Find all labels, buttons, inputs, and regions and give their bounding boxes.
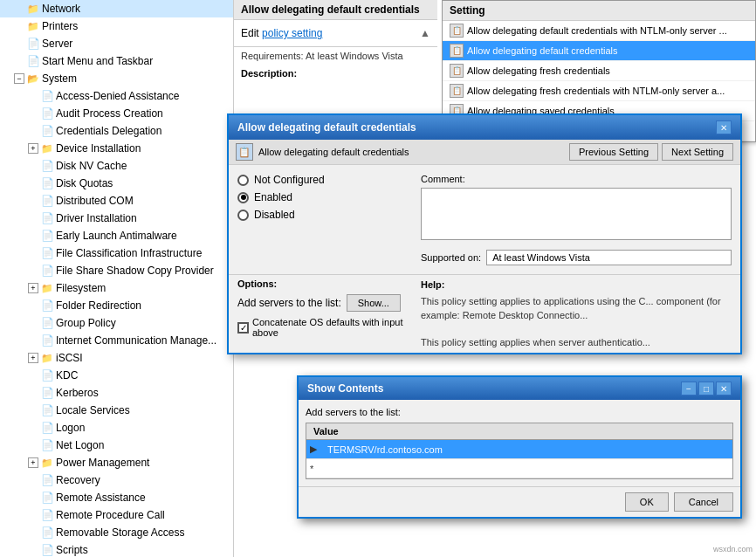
folder-icon-network [26, 2, 40, 16]
policy-label-0: Allow delegating default credentials wit… [467, 25, 727, 36]
sidebar-item-access-denied[interactable]: 📄Access-Denied Assistance [0, 87, 233, 105]
sidebar-label-disk-quotas: Disk Quotas [56, 177, 113, 189]
radio-item-disabled[interactable]: Disabled [237, 209, 412, 221]
sidebar-item-device-install[interactable]: +Device Installation [0, 140, 233, 157]
folder-icon-system [26, 72, 40, 86]
sidebar-label-folder-redirect: Folder Redirection [56, 299, 141, 312]
file-icon-early-launch: 📄 [40, 229, 54, 243]
file-icon-internet-comm: 📄 [40, 334, 54, 347]
sidebar-item-early-launch[interactable]: 📄Early Launch Antimalware [0, 227, 233, 244]
expand-btn-system[interactable]: − [14, 73, 24, 84]
sidebar-item-file-class[interactable]: 📄File Classification Infrastructure [0, 244, 233, 262]
radio-item-not-configured[interactable]: Not Configured [237, 174, 412, 186]
policy-dropdown-item-1[interactable]: 📋Allow delegating default credentials [443, 41, 755, 61]
radio-label-disabled: Disabled [254, 209, 295, 221]
sidebar-item-start-menu[interactable]: 📄Start Menu and Taskbar [0, 52, 233, 70]
sidebar-item-iscsi[interactable]: +iSCSI [0, 349, 233, 367]
file-icon-net-logon: 📄 [40, 438, 54, 452]
file-icon-scripts: 📄 [40, 543, 54, 557]
expand-btn-power-mgmt[interactable]: + [28, 457, 38, 468]
sidebar-item-remote-proc[interactable]: 📄Remote Procedure Call [0, 506, 233, 524]
sidebar-label-remote-proc: Remote Procedure Call [56, 509, 165, 521]
sidebar-label-credentials: Credentials Delegation [56, 125, 162, 137]
sidebar-item-removable-storage[interactable]: 📄Removable Storage Access [0, 524, 233, 541]
help-text-2: This policy setting applies when server … [421, 336, 732, 349]
concatenate-checkbox[interactable] [237, 322, 249, 334]
folder-icon-printers [26, 19, 40, 33]
sidebar-item-folder-redirect[interactable]: 📄Folder Redirection [0, 297, 233, 314]
sidebar-item-group-policy[interactable]: 📄Group Policy [0, 314, 233, 332]
sidebar-label-network: Network [42, 3, 80, 15]
sidebar-label-removable-storage: Removable Storage Access [56, 526, 184, 539]
expand-btn-filesystem[interactable]: + [28, 283, 38, 293]
expand-btn-device-install[interactable]: + [28, 143, 38, 154]
sidebar-label-file-share: File Share Shadow Copy Provider [56, 265, 214, 277]
sidebar-item-printers[interactable]: Printers [0, 17, 233, 35]
requirements-value: At least Windows Vista [306, 51, 403, 61]
policy-dropdown-item-2[interactable]: 📋Allow delegating fresh credentials [443, 61, 755, 81]
sidebar-item-recovery[interactable]: 📄Recovery [0, 471, 233, 489]
sidebar-item-net-logon[interactable]: 📄Net Logon [0, 437, 233, 454]
file-icon-file-share: 📄 [40, 264, 54, 278]
sidebar-item-audit-process[interactable]: 📄Audit Process Creation [0, 105, 233, 122]
prev-setting-btn[interactable]: Previous Setting [569, 143, 658, 161]
sidebar-label-remote-assist: Remote Assistance [56, 492, 146, 504]
options-help-row: Options: Add servers to the list: Show..… [229, 274, 740, 353]
sidebar-item-internet-comm[interactable]: 📄Internet Communication Manage... [0, 332, 233, 349]
show-ok-btn[interactable]: OK [625, 492, 669, 512]
sidebar-item-power-mgmt[interactable]: +Power Management [0, 454, 233, 471]
radio-circle-disabled [237, 210, 249, 221]
options-section: Options: Add servers to the list: Show..… [237, 278, 412, 349]
next-setting-btn[interactable]: Next Setting [662, 143, 733, 161]
sidebar-item-remote-assist[interactable]: 📄Remote Assistance [0, 489, 233, 506]
policy-dropdown-item-3[interactable]: 📋Allow delegating fresh credentials with… [443, 81, 755, 101]
show-row-1[interactable]: * [306, 459, 732, 478]
sidebar-item-scripts[interactable]: 📄Scripts [0, 541, 233, 557]
comment-textarea[interactable] [421, 188, 732, 240]
sidebar-item-system[interactable]: −System [0, 70, 233, 87]
policy-icon-1: 📋 [450, 44, 464, 58]
file-icon-group-policy: 📄 [40, 316, 54, 330]
policy-icon-2: 📋 [450, 64, 464, 78]
options-title: Options: [237, 278, 412, 289]
dialog-show: Show Contents − □ ✕ Add servers to the l… [297, 375, 742, 519]
dialog-allow-close-btn[interactable]: ✕ [716, 120, 732, 134]
show-cancel-btn[interactable]: Cancel [674, 492, 733, 512]
file-icon-access-denied: 📄 [40, 89, 54, 103]
sidebar-item-disk-nv[interactable]: 📄Disk NV Cache [0, 157, 233, 175]
row-indicator-0: ▶ [306, 442, 324, 457]
show-table-header: Value [306, 423, 732, 440]
sidebar-label-logon: Logon [56, 422, 85, 434]
radio-circle-not-configured [237, 175, 249, 186]
sidebar-item-server[interactable]: 📄Server [0, 35, 233, 52]
sidebar-item-filesystem[interactable]: +Filesystem [0, 279, 233, 297]
sidebar-item-kerberos[interactable]: 📄Kerberos [0, 384, 233, 402]
sidebar-item-locale-services[interactable]: 📄Locale Services [0, 402, 233, 419]
radio-label-enabled: Enabled [254, 191, 292, 203]
sidebar-item-kdc[interactable]: 📄KDC [0, 367, 233, 384]
show-maximize-btn[interactable]: □ [698, 382, 714, 395]
policy-dropdown-item-0[interactable]: 📋Allow delegating default credentials wi… [443, 21, 755, 41]
radio-item-enabled[interactable]: Enabled [237, 191, 412, 203]
show-row-0[interactable]: ▶ TERMSRV/rd.contoso.com [306, 440, 732, 459]
sidebar-item-credentials[interactable]: 📄Credentials Delegation [0, 122, 233, 140]
show-dialog-footer: OK Cancel [299, 486, 740, 517]
edit-label: Edit [241, 27, 259, 39]
sidebar-item-file-share[interactable]: 📄File Share Shadow Copy Provider [0, 262, 233, 279]
radio-circle-enabled [237, 192, 249, 203]
sidebar-item-disk-quotas[interactable]: 📄Disk Quotas [0, 175, 233, 192]
show-minimize-btn[interactable]: − [681, 382, 697, 395]
sidebar-item-network[interactable]: Network [0, 0, 233, 17]
sidebar-label-system: System [42, 72, 77, 85]
file-icon-logon: 📄 [40, 421, 54, 435]
sidebar-item-logon[interactable]: 📄Logon [0, 419, 233, 437]
file-icon-disk-quotas: 📄 [40, 176, 54, 190]
sidebar-item-distributed-com[interactable]: 📄Distributed COM [0, 192, 233, 210]
sidebar-item-driver-install[interactable]: 📄Driver Installation [0, 210, 233, 227]
show-btn[interactable]: Show... [347, 294, 401, 312]
expand-btn-iscsi[interactable]: + [28, 353, 38, 363]
folder-icon-power-mgmt [40, 456, 54, 470]
policy-setting-link[interactable]: policy setting [262, 27, 322, 39]
show-close-btn[interactable]: ✕ [716, 382, 732, 395]
sidebar-label-audit-process: Audit Process Creation [56, 107, 163, 120]
